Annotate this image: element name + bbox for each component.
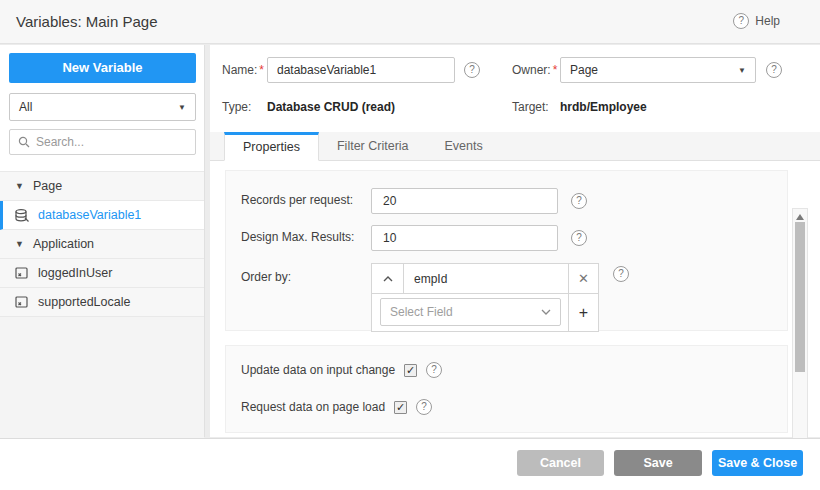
name-help-icon[interactable]: ? <box>464 62 480 78</box>
variables-tree: ▼ Page databaseVariable1 ▼ Application l… <box>0 171 204 459</box>
help-label: Help <box>755 14 780 28</box>
data-settings-panel: Records per request: ? Design Max. Resul… <box>225 170 788 331</box>
expander-icon[interactable]: ▼ <box>15 239 24 249</box>
properties-tab-content: Records per request: ? Design Max. Resul… <box>210 161 820 437</box>
type-value: Database CRUD (read) <box>267 100 395 114</box>
add-order-field-row: Select Field + <box>372 294 598 331</box>
order-by-widget: empId ✕ Select Field + <box>371 263 599 332</box>
order-by-row: empId ✕ <box>372 264 598 294</box>
save-and-close-button[interactable]: Save & Close <box>712 450 803 476</box>
tree-group-label: Page <box>33 179 62 193</box>
design-max-results-label: Design Max. Results: <box>241 230 354 244</box>
sort-direction-button[interactable] <box>372 264 404 293</box>
page-title: Variables: Main Page <box>16 13 157 30</box>
request-data-help-icon[interactable]: ? <box>416 399 432 415</box>
tree-item-label: supportedLocale <box>38 295 130 309</box>
tree-item-supportedlocale[interactable]: supportedLocale <box>0 288 204 317</box>
select-field-dropdown[interactable]: Select Field <box>380 298 561 326</box>
variable-detail-panel: Name:* ? Owner:* Page ▼ ? Type: Database… <box>210 45 820 437</box>
tree-group-label: Application <box>33 237 94 251</box>
tree-group-application[interactable]: ▼ Application <box>0 230 204 259</box>
variable-filter-dropdown[interactable]: All ▼ <box>9 93 196 121</box>
footer-buttons: Cancel Save Save & Close <box>517 450 803 476</box>
type-target-row: Type: Database CRUD (read) Target: hrdb/… <box>222 100 808 116</box>
variable-search-box[interactable] <box>9 129 196 155</box>
static-variable-icon <box>15 296 29 309</box>
caret-down-icon: ▼ <box>738 66 746 75</box>
name-input[interactable] <box>267 57 455 83</box>
dialog-footer: Cancel Save Save & Close <box>0 438 820 490</box>
records-per-request-label: Records per request: <box>241 193 353 207</box>
tree-item-label: loggedInUser <box>38 266 112 280</box>
request-data-row: Request data on page load ✓ ? <box>241 399 432 415</box>
add-order-field-button[interactable]: + <box>568 294 598 331</box>
order-by-label: Order by: <box>241 270 291 284</box>
target-value: hrdb/Employee <box>560 100 647 114</box>
tab-filter-criteria[interactable]: Filter Criteria <box>319 132 427 160</box>
scrollbar-thumb[interactable] <box>795 222 805 372</box>
owner-help-icon[interactable]: ? <box>766 62 782 78</box>
records-per-request-input[interactable] <box>371 188 558 214</box>
owner-value: Page <box>570 63 738 77</box>
target-label: Target: <box>512 100 549 114</box>
static-variable-icon <box>15 267 29 280</box>
dialog-header: Variables: Main Page ? Help <box>0 0 820 44</box>
chevron-down-icon <box>541 309 551 315</box>
tree-group-page[interactable]: ▼ Page <box>0 172 204 201</box>
required-asterisk: * <box>259 63 264 77</box>
update-data-row: Update data on input change ✓ ? <box>241 362 442 378</box>
request-data-checkbox[interactable]: ✓ <box>394 401 407 414</box>
expander-icon[interactable]: ▼ <box>15 181 24 191</box>
name-owner-row: Name:* ? Owner:* Page ▼ ? <box>222 57 808 83</box>
design-max-results-input[interactable] <box>371 225 558 251</box>
caret-down-icon: ▼ <box>178 103 186 112</box>
owner-label: Owner:* <box>512 63 557 77</box>
required-asterisk: * <box>553 63 558 77</box>
search-icon <box>18 136 30 148</box>
design-max-results-help-icon[interactable]: ? <box>571 230 587 246</box>
select-field-placeholder: Select Field <box>390 305 541 319</box>
request-data-label: Request data on page load <box>241 400 385 414</box>
behavior-panel: Update data on input change ✓ ? Request … <box>225 345 788 433</box>
records-per-request-help-icon[interactable]: ? <box>571 193 587 209</box>
order-by-field-value[interactable]: empId <box>404 264 568 293</box>
update-data-checkbox[interactable]: ✓ <box>404 364 417 377</box>
new-variable-button[interactable]: New Variable <box>9 53 196 83</box>
save-button[interactable]: Save <box>614 450 702 476</box>
tree-item-loggedinuser[interactable]: loggedInUser <box>0 259 204 288</box>
tab-properties[interactable]: Properties <box>224 132 319 161</box>
tree-item-label: databaseVariable1 <box>38 208 141 222</box>
variables-sidebar: New Variable All ▼ ▼ Page databaseVariab… <box>0 45 205 437</box>
owner-dropdown[interactable]: Page ▼ <box>560 57 756 83</box>
scroll-up-arrow-icon[interactable] <box>796 214 804 220</box>
help-link[interactable]: ? Help <box>733 13 780 29</box>
tab-events[interactable]: Events <box>427 132 501 160</box>
cancel-button[interactable]: Cancel <box>517 450 604 476</box>
select-field-wrap: Select Field <box>372 294 568 331</box>
remove-order-field-button[interactable]: ✕ <box>568 264 598 293</box>
type-label: Type: <box>222 100 251 114</box>
name-label: Name:* <box>222 63 264 77</box>
variable-filter-value: All <box>19 100 178 114</box>
update-data-help-icon[interactable]: ? <box>426 362 442 378</box>
order-by-help-icon[interactable]: ? <box>613 266 629 282</box>
database-variable-icon <box>15 209 29 222</box>
tree-item-databasevariable1[interactable]: databaseVariable1 <box>0 201 204 230</box>
help-question-icon: ? <box>733 13 749 29</box>
search-input[interactable] <box>36 135 191 149</box>
update-data-label: Update data on input change <box>241 363 395 377</box>
detail-tabbar: Properties Filter Criteria Events <box>210 132 820 161</box>
